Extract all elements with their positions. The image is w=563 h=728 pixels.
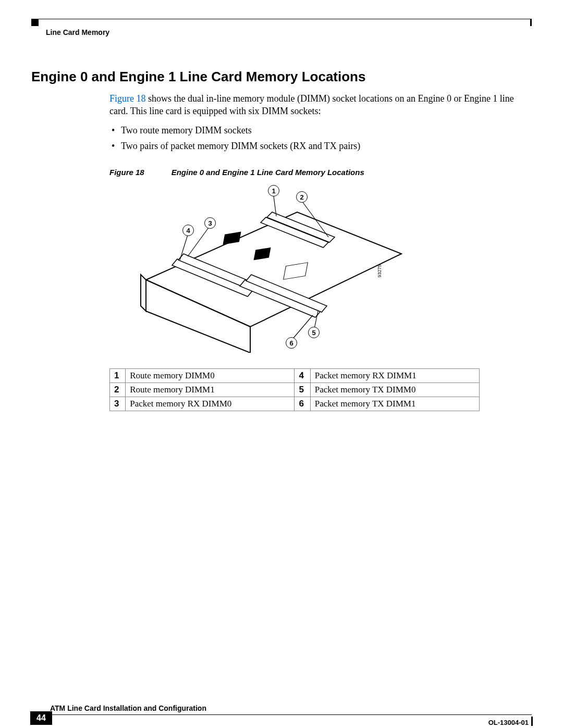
figure-illustration: 1 2 3 4 5 6 93275: [109, 181, 433, 353]
section-title: Engine 0 and Engine 1 Line Card Memory L…: [31, 69, 532, 85]
footer-doc-title: ATM Line Card Installation and Configura…: [50, 704, 206, 712]
page-number: 44: [30, 711, 52, 725]
bullet-item: Two route memory DIMM sockets: [109, 124, 532, 137]
svg-marker-1: [141, 275, 146, 311]
footer-bar-icon: [531, 717, 533, 726]
header-square-icon: [31, 19, 39, 26]
figure-reference-link[interactable]: Figure 18: [109, 93, 146, 104]
table-row: 1 Route memory DIMM0 4 Packet memory RX …: [110, 369, 480, 383]
header-bar-icon: [530, 19, 532, 26]
figure-label: Figure 18: [109, 168, 144, 177]
line-card-drawing: [109, 181, 433, 353]
table-row: 2 Route memory DIMM1 5 Packet memory TX …: [110, 383, 480, 397]
table-row: 3 Packet memory RX DIMM0 6 Packet memory…: [110, 397, 480, 411]
figure-caption: Figure 18Engine 0 and Engine 1 Line Card…: [109, 168, 532, 177]
footer-rule: [48, 714, 532, 715]
intro-text: shows the dual in-line memory module (DI…: [109, 93, 514, 116]
top-rule: [31, 19, 532, 19]
running-head: Line Card Memory: [46, 28, 109, 36]
art-number: 93275: [376, 265, 382, 278]
doc-id: OL-13004-01: [488, 719, 529, 726]
intro-paragraph: Figure 18 shows the dual in-line memory …: [109, 92, 532, 152]
figure-caption-text: Engine 0 and Engine 1 Line Card Memory L…: [172, 168, 364, 177]
bullet-item: Two pairs of packet memory DIMM sockets …: [109, 140, 532, 152]
callout-key-table: 1 Route memory DIMM0 4 Packet memory RX …: [109, 368, 480, 411]
